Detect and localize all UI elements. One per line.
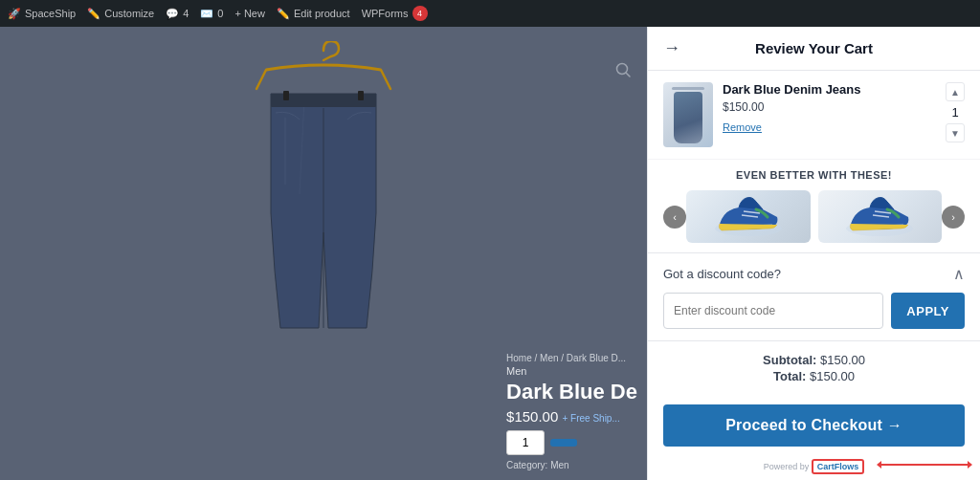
shoe-2-image [841,190,918,243]
category-label: Men [506,365,637,377]
upsell-item-1[interactable] [686,190,811,243]
search-icon[interactable] [614,61,632,82]
carousel-next-button[interactable]: › [942,206,965,229]
qty-decrease-button[interactable]: ▼ [946,123,965,142]
cart-back-arrow[interactable]: → [663,38,680,58]
wpforms-badge: 4 [412,6,428,21]
shoe-1-image [710,190,787,243]
cart-title: Review Your Cart [755,40,873,56]
cartflows-brand: CartFlows [812,459,865,474]
product-page: Home / Men / Dark Blue D... Men Dark Blu… [0,27,647,480]
admin-bar-wpforms[interactable]: WPForms 4 [362,6,428,21]
powered-by-text: Powered by CartFlows [764,462,865,471]
powered-by-section: Powered by CartFlows [648,452,980,480]
apply-discount-button[interactable]: APPLY [891,293,965,329]
discount-label: Got a discount code? [663,267,781,281]
discount-code-input[interactable] [663,293,883,329]
cart-item-price: $150.00 [723,100,936,114]
admin-bar-spaceship[interactable]: 🚀 SpaceShip [8,8,76,20]
breadcrumb: Home / Men / Dark Blue D... [506,353,637,363]
admin-bar-messages[interactable]: ✉️ 0 [200,8,223,20]
admin-bar-comments[interactable]: 💬 4 [166,8,189,20]
product-price-partial: $150.00 + Free Ship... [506,408,637,425]
upsell-section: EVEN BETTER WITH THESE! ‹ [648,160,980,253]
qty-increase-button[interactable]: ▲ [946,82,965,101]
carousel-prev-button[interactable]: ‹ [663,206,686,229]
product-info-partial: Home / Men / Dark Blue D... Men Dark Blu… [506,353,637,470]
discount-input-row: APPLY [663,293,965,329]
svg-line-1 [627,74,631,77]
product-category-label: Category: Men [506,460,637,470]
cart-header: → Review Your Cart [648,27,980,71]
upsell-title: EVEN BETTER WITH THESE! [663,169,965,181]
admin-bar-edit-product[interactable]: ✏️ Edit product [277,8,350,20]
upsell-carousel: ‹ [663,190,965,243]
admin-bar-new[interactable]: + New [234,8,265,19]
total-row: Total: $150.00 [663,369,965,383]
customize-icon: ✏️ [87,8,100,20]
cart-item-qty-controls: ▲ 1 ▼ [946,82,965,142]
svg-marker-13 [877,461,881,469]
discount-toggle[interactable]: Got a discount code? ∧ [663,265,965,283]
main-layout: Home / Men / Dark Blue D... Men Dark Blu… [0,27,980,480]
cart-panel: → Review Your Cart Dark Blue Denim Jeans… [647,27,980,480]
upsell-item-2[interactable] [818,190,943,243]
upsell-items [686,190,942,243]
messages-icon: ✉️ [200,8,213,20]
cart-item-quantity: 1 [951,105,958,120]
cart-item: Dark Blue Denim Jeans $150.00 Remove ▲ 1… [648,71,980,160]
spaceship-icon: 🚀 [8,8,21,20]
edit-icon: ✏️ [277,8,290,20]
red-arrow-annotation [877,451,972,478]
cart-item-remove-link[interactable]: Remove [723,121,762,133]
checkout-button[interactable]: Proceed to Checkout → [663,404,965,447]
svg-marker-14 [968,461,972,469]
product-title-partial: Dark Blue De [506,380,637,404]
comments-icon: 💬 [166,8,179,20]
cart-totals: Subtotal: $150.00 Total: $150.00 [648,341,980,393]
checkout-button-area: Proceed to Checkout → [648,397,980,452]
svg-rect-3 [283,91,289,100]
cart-item-image [663,82,713,147]
subtotal-row: Subtotal: $150.00 [663,353,965,367]
admin-bar: 🚀 SpaceShip ✏️ Customize 💬 4 ✉️ 0 + New … [0,0,980,27]
admin-bar-customize[interactable]: ✏️ Customize [87,8,154,20]
discount-section: Got a discount code? ∧ APPLY [648,253,980,341]
cart-body[interactable]: Dark Blue Denim Jeans $150.00 Remove ▲ 1… [648,71,980,397]
add-to-cart-button[interactable] [550,439,577,447]
cart-item-name: Dark Blue Denim Jeans [723,82,936,97]
svg-point-0 [617,64,628,75]
quantity-input[interactable] [506,430,545,455]
product-jeans-image [247,41,400,347]
svg-rect-4 [358,91,364,100]
cart-item-details: Dark Blue Denim Jeans $150.00 Remove [723,82,936,135]
discount-chevron-icon: ∧ [953,265,965,283]
